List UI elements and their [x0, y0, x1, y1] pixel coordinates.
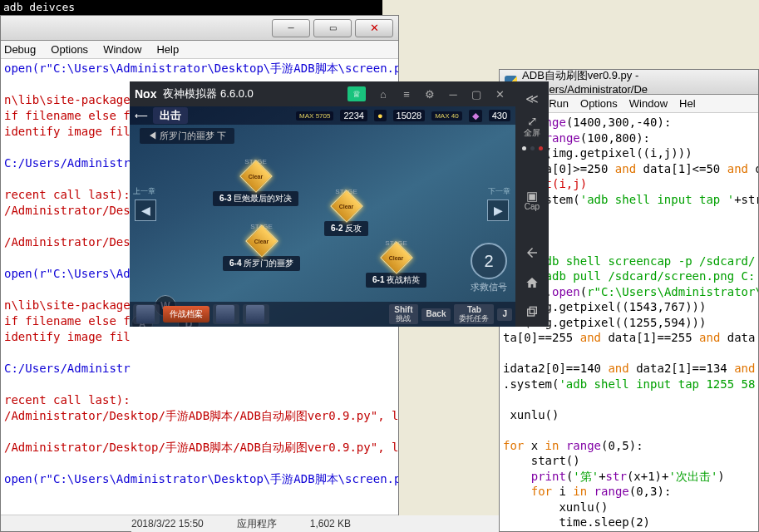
next-label: 下一章 [488, 186, 510, 197]
back-arrow-icon[interactable]: ⟵ [135, 111, 148, 121]
file-time: 2018/3/22 15:50 [131, 518, 204, 530]
stat-gold: 15028 [393, 110, 426, 121]
menu-run[interactable]: Run [549, 97, 569, 110]
prev-chapter-button[interactable]: ◀ [135, 200, 156, 221]
file-type: 应用程序 [237, 517, 277, 531]
file-info-strip: 2018/3/22 15:50 应用程序 1,602 KB [131, 515, 547, 532]
chapter-subtitle[interactable]: ◀ 所罗门的噩梦 下 [140, 128, 234, 144]
android-home-button[interactable] [525, 275, 540, 290]
menubar: Debug Options Window Help [1, 41, 398, 59]
rescue-count: 2 [484, 252, 493, 271]
android-back-button[interactable] [525, 245, 540, 260]
indicator-dots [522, 146, 543, 150]
rescue-signal[interactable]: 2 求救信号 [471, 243, 507, 293]
stat-max2: MAX 40 [431, 111, 461, 121]
resource-stats: MAX 5705 2234 ● 15028 MAX 40 ◆ 430 [296, 110, 510, 122]
menu-debug[interactable]: Debug [4, 43, 36, 56]
menu-options2[interactable]: Options [580, 97, 618, 110]
svg-rect-0 [528, 309, 535, 316]
menu-help2[interactable]: Hel [679, 97, 696, 110]
key-tab[interactable]: Tab委托任务 [454, 304, 494, 324]
maximize-button[interactable]: ▭ [313, 19, 352, 37]
close-icon[interactable]: ✕ [494, 88, 505, 100]
nox-titlebar: Nox 夜神模拟器 6.6.0.0 ♕ ⌂ ≡ ⚙ ─ ▢ ✕ [130, 81, 515, 106]
menu-window[interactable]: Window [103, 43, 141, 56]
key-shift[interactable]: Shift挑战 [389, 304, 417, 324]
portrait-2[interactable] [213, 304, 239, 324]
stat-max1: MAX 5705 [296, 111, 333, 121]
menu-icon[interactable]: ≡ [401, 88, 412, 100]
fullscreen-button[interactable]: ⤢全屏 [522, 116, 542, 136]
file-size: 1,602 KB [310, 518, 351, 530]
attack-label: 出击 [153, 107, 188, 124]
nox-title-text: 夜神模拟器 6.6.0.0 [163, 86, 347, 101]
window-titlebar: ─ ▭ ✕ [1, 16, 398, 41]
key-back[interactable]: Back [421, 308, 451, 321]
minimize-icon[interactable]: ─ [447, 88, 459, 100]
portrait-3[interactable] [243, 304, 269, 324]
game-screen[interactable]: ⟵ 出击 MAX 5705 2234 ● 15028 MAX 40 ◆ 430 … [130, 106, 515, 327]
stat-ap: 430 [489, 110, 510, 121]
stage-6-3[interactable]: STAGE Clear 6-3 巨炮最后的对决 [213, 158, 298, 206]
vip-icon[interactable]: ♕ [347, 86, 366, 101]
android-recents-button[interactable] [525, 305, 540, 320]
menu-window2[interactable]: Window [629, 97, 668, 110]
nox-sidebar: ≪ ⤢全屏 ▣Cap [515, 81, 549, 327]
battle-archive-button[interactable]: 作战档案 [163, 306, 209, 323]
stat-oil: 2234 [340, 110, 367, 121]
menu-options[interactable]: Options [51, 43, 88, 56]
minimize-button[interactable]: ─ [272, 19, 310, 37]
portrait-1[interactable] [133, 304, 160, 324]
capture-button[interactable]: ▣Cap [522, 190, 542, 210]
nox-emulator-window: Nox 夜神模拟器 6.6.0.0 ♕ ⌂ ≡ ⚙ ─ ▢ ✕ ⟵ 出击 MAX… [130, 81, 549, 327]
gear-icon[interactable]: ⚙ [424, 88, 436, 100]
menu-help[interactable]: Help [156, 43, 179, 56]
stage-6-4[interactable]: STAGE Clear 6-4 所罗门的噩梦 [223, 223, 300, 271]
svg-rect-1 [530, 307, 536, 313]
stage-6-1[interactable]: STAGE Clear 6-1 夜战精英 [366, 239, 426, 288]
rescue-label: 求救信号 [471, 281, 507, 293]
nox-logo: Nox [135, 87, 156, 101]
stage-6-2[interactable]: STAGE Clear 6-2 反攻 [324, 188, 368, 236]
game-topbar: ⟵ 出击 MAX 5705 2234 ● 15028 MAX 40 ◆ 430 [130, 106, 515, 125]
home-icon[interactable]: ⌂ [377, 88, 389, 100]
terminal-command: adb deivces [0, 0, 382, 15]
prev-label: 上一章 [133, 186, 155, 197]
key-j[interactable]: J [497, 308, 512, 321]
editor-title: ADB自动刷图ver0.9.py - C:/Users/Administrato… [522, 68, 753, 96]
collapse-sidebar-button[interactable]: ≪ [522, 88, 542, 108]
next-chapter-button[interactable]: ▶ [487, 200, 509, 221]
game-bottombar: 作战档案 Shift挑战 Back Tab委托任务 J [130, 302, 515, 327]
close-button[interactable]: ✕ [355, 19, 393, 37]
maximize-icon[interactable]: ▢ [471, 88, 482, 100]
